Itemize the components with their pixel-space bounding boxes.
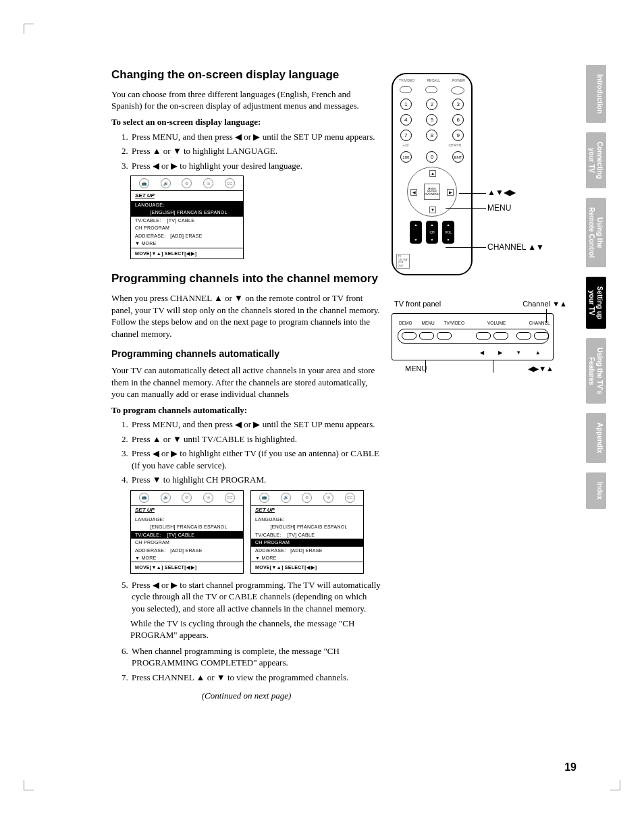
num-button: 6	[452, 114, 464, 126]
tab-remote: Using the Remote Control	[586, 198, 606, 267]
leader-line	[446, 247, 486, 248]
osd-line: LANGUAGE:	[131, 201, 243, 209]
step: Press CHANNEL ▲ or ▼ to view the program…	[130, 672, 381, 684]
tab-introduction: Introduction	[586, 65, 606, 123]
fp-label: DEMO	[399, 321, 412, 325]
osd-line: ADD/ERASE: [ADD] ERASE	[131, 547, 243, 554]
tab-features: Using the TV's Features	[586, 338, 606, 404]
up-arrow-icon: ▲	[429, 170, 436, 177]
intro-text: You can choose from three different lang…	[111, 88, 381, 112]
power-button	[451, 86, 464, 94]
num-button: 8	[426, 130, 437, 141]
osd-line: ▼ MORE	[131, 240, 243, 247]
side-tabs: Introduction Connecting your TV Using th…	[586, 65, 606, 509]
remote-control-diagram: TV/VIDEO RECALL POWER 123 456 789 +10CH …	[392, 73, 473, 275]
osd-line: TV/CABLE: [TV] CABLE	[251, 531, 363, 539]
osd-line: CH PROGRAM	[131, 224, 243, 232]
crop-mark	[610, 780, 630, 801]
num-button: 1	[400, 99, 412, 110]
crop-mark	[14, 780, 34, 801]
osd-tab-icon: CC	[345, 493, 355, 503]
osd-title: SET UP	[131, 506, 243, 516]
osd-footer: MOVE[▼▲] SELECT[◀ ▶]	[131, 562, 243, 572]
osd-menu-language: 📺 🔊 ⚙ ⊞ CC SET UP LANGUAGE: [ENGLISH] FR…	[130, 175, 244, 259]
fp-button	[437, 332, 452, 340]
step-note: While the TV is cycling through the chan…	[130, 618, 381, 641]
leader-line	[446, 208, 486, 209]
osd-line: ADD/ERASE: [ADD] ERASE	[131, 232, 243, 240]
osd-title: SET UP	[251, 506, 363, 516]
main-content: Changing the on-screen display language …	[111, 67, 381, 702]
fp-button	[534, 332, 549, 340]
step: Press MENU, and then press ◀ or ▶ until …	[130, 418, 381, 431]
ent-button: ENT	[452, 151, 464, 163]
step: Press ◀ or ▶ to start channel programmin…	[130, 579, 381, 615]
steps-list-1: Press MENU, and then press ◀ or ▶ until …	[111, 131, 381, 172]
channel-caption: Channel ▼▲	[522, 300, 567, 308]
dpad: MENU ENTER DVD MENU ▲ ▼ ◀ ▶	[407, 167, 457, 217]
osd-tab-icon: 📺	[139, 493, 149, 503]
step: Press ▲ or ▼ to highlight LANGUAGE.	[130, 145, 381, 157]
osd-line: CH PROGRAM	[131, 539, 243, 546]
osd-line: TV/CABLE: [TV] CABLE	[131, 531, 243, 539]
up-arrow-icon: ▲	[535, 350, 541, 356]
osd-line: ▼ MORE	[251, 554, 363, 562]
osd-line: TV/CABLE: [TV] CABLE	[131, 217, 243, 224]
osd-tab-icon: ⚙	[302, 493, 312, 503]
osd-title: SET UP	[131, 191, 243, 201]
osd-footer: MOVE[▼▲] SELECT[◀ ▶]	[131, 248, 243, 259]
btn-label: RECALL	[427, 78, 439, 82]
step: Press ▼ to highlight CH PROGRAM.	[130, 474, 381, 486]
osd-line: LANGUAGE:	[251, 516, 363, 523]
step: Press MENU, and then press ◀ or ▶ until …	[130, 131, 381, 143]
lead-text: To select an on-screen display language:	[111, 116, 381, 128]
osd-line: ▼ MORE	[131, 554, 243, 562]
num-button: 9	[452, 130, 464, 141]
leader-line	[459, 193, 486, 194]
left-arrow-icon: ◀	[480, 350, 484, 356]
subintro-text: Your TV can automatically detect all act…	[111, 364, 381, 400]
step: Press ◀ or ▶ to highlight your desired l…	[130, 160, 381, 172]
osd-tab-icon: CC	[225, 178, 235, 188]
mode-switch: TV CBL/SAT VCR DVD	[396, 254, 410, 269]
osd-tab-icon: 📺	[139, 178, 149, 188]
right-arrow-icon: ▶	[498, 350, 502, 356]
osd-tab-icon: ⊞	[203, 178, 213, 188]
fp-button	[493, 332, 508, 340]
num-button: 100	[400, 151, 412, 163]
vol-button: ▲VOL▼	[442, 221, 454, 244]
leader-line	[425, 360, 426, 373]
down-arrow-icon: ▼	[429, 207, 436, 213]
leader-line	[493, 360, 493, 373]
btn-label: POWER	[452, 78, 465, 82]
steps-list-2b: Press ◀ or ▶ to start channel programmin…	[111, 579, 381, 615]
mute-button: ▲▼	[410, 221, 422, 244]
num-button: 3	[452, 99, 464, 110]
continued-note: (Continued on next page)	[111, 690, 381, 702]
lead-text: To program channels automatically:	[111, 404, 381, 416]
osd-tab-icon: 🔊	[161, 493, 171, 503]
arrows-caption: ◀▶▼▲	[528, 364, 554, 373]
ch-button: ▲CH▼	[426, 221, 438, 244]
menu-enter-button: MENU ENTER DVD MENU	[424, 184, 440, 200]
subheading-auto: Programming channels automatically	[111, 348, 381, 360]
fp-button	[476, 332, 491, 340]
osd-tab-icon: 📺	[259, 493, 269, 503]
osd-tab-icon: CC	[225, 493, 235, 503]
menu-caption: MENU	[405, 364, 427, 373]
num-button: 2	[426, 99, 437, 110]
osd-tab-icon: 🔊	[161, 178, 171, 188]
step: When channel programming is complete, th…	[130, 645, 381, 669]
fp-button	[419, 332, 434, 340]
osd-line: [ENGLISH] FRANCAIS ESPANOL	[131, 523, 243, 531]
left-arrow-icon: ◀	[410, 189, 417, 196]
osd-menu-tvcable: 📺 🔊 ⚙ ⊞ CC SET UP LANGUAGE: [ENGLISH] FR…	[130, 490, 244, 574]
tvvideo-button	[400, 86, 412, 93]
osd-footer: MOVE[▼▲] SELECT[◀ ▶]	[251, 562, 363, 572]
num-button: 7	[400, 130, 412, 141]
recall-button	[425, 86, 437, 93]
right-arrow-icon: ▶	[447, 189, 454, 196]
crop-mark	[14, 13, 34, 34]
btn-label: +10	[403, 143, 408, 147]
intro-text: When you press CHANNEL ▲ or ▼ on the rem…	[111, 292, 381, 340]
